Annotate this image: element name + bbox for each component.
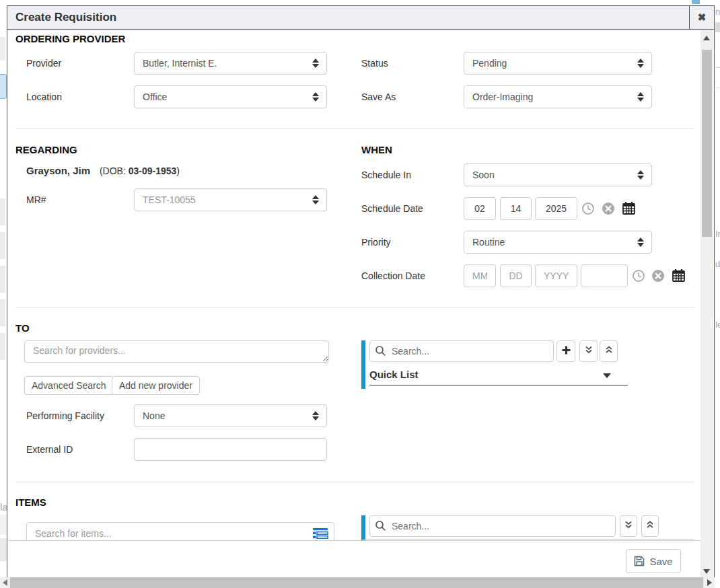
page-fragment-text: d <box>715 259 720 269</box>
section-divider <box>15 482 694 482</box>
patient-name: Grayson, Jim <box>26 165 90 176</box>
scrollbar-thumb[interactable] <box>10 577 703 588</box>
select-arrows-icon <box>637 59 644 68</box>
mr-select[interactable]: TEST-10055 <box>134 188 327 211</box>
add-to-quick-list-button[interactable] <box>556 340 575 362</box>
schedule-day-input[interactable] <box>500 197 532 220</box>
page-fragment <box>0 515 7 535</box>
save-as-select[interactable]: Order-Imaging <box>464 85 652 108</box>
items-heading: ITEMS <box>15 497 46 508</box>
location-label: Location <box>26 85 62 108</box>
save-as-label: Save As <box>361 85 396 108</box>
items-panel-search <box>369 515 616 537</box>
page-fragment <box>715 262 720 263</box>
provider-label: Provider <box>26 52 61 75</box>
close-button[interactable]: ✖ <box>689 6 714 29</box>
panel-accent-bar <box>361 340 365 389</box>
item-search-input[interactable] <box>26 522 334 541</box>
select-arrows-icon <box>312 59 319 68</box>
regarding-heading: REGARDING <box>15 144 77 155</box>
clock-icon[interactable] <box>581 202 595 215</box>
save-label: Save <box>649 556 672 567</box>
expand-all-button[interactable] <box>620 515 637 537</box>
page-fragment <box>0 74 7 99</box>
vertical-scrollbar[interactable] <box>700 30 713 578</box>
items-panel-underline <box>363 539 694 540</box>
panel-search-input[interactable] <box>369 515 616 537</box>
save-button[interactable]: Save <box>626 549 681 573</box>
patient-dob-suffix: ) <box>176 166 180 176</box>
provider-panel-search <box>369 340 554 362</box>
scrollbar-left-arrow[interactable] <box>3 579 7 586</box>
scrollbar-up-arrow[interactable] <box>703 36 710 40</box>
page-fragment <box>0 198 5 225</box>
dialog-footer: Save <box>8 541 702 578</box>
page-fragment <box>692 0 700 4</box>
priority-label: Priority <box>361 231 391 254</box>
location-select[interactable]: Office <box>134 85 327 108</box>
add-new-provider-button[interactable]: Add new provider <box>112 376 200 395</box>
select-arrows-icon <box>312 411 319 420</box>
patient-dob-prefix: (DOB: <box>100 166 129 176</box>
save-icon <box>634 556 645 566</box>
external-id-label: External ID <box>26 438 73 461</box>
dialog-scroll-area[interactable]: ORDERING PROVIDER Provider Butler, Inter… <box>8 30 702 541</box>
chevron-double-up-icon <box>645 520 655 532</box>
provider-search-textarea[interactable] <box>24 340 329 363</box>
caret-down-icon[interactable] <box>603 373 611 378</box>
performing-facility-select[interactable]: None <box>134 404 327 427</box>
calendar-icon[interactable] <box>672 268 685 282</box>
schedule-in-select[interactable]: Soon <box>464 163 652 186</box>
schedule-in-label: Schedule In <box>361 163 411 186</box>
page-fragment <box>715 67 720 68</box>
provider-select[interactable]: Butler, Internist E. <box>134 52 327 75</box>
dialog-title: Create Requisition <box>15 6 116 29</box>
ordering-provider-heading: ORDERING PROVIDER <box>15 33 125 44</box>
external-id-input[interactable] <box>134 438 327 461</box>
mr-label: MR# <box>26 188 46 211</box>
page-fragment <box>0 333 5 360</box>
collapse-all-button[interactable] <box>641 515 659 537</box>
page-fragment <box>0 299 5 326</box>
advanced-search-button[interactable]: Advanced Search <box>24 376 114 395</box>
page-fragment <box>0 266 5 293</box>
create-requisition-dialog: Create Requisition ✖ ORDERING PROVIDER P… <box>7 5 715 577</box>
collection-time-input[interactable] <box>581 264 628 287</box>
collapse-all-button[interactable] <box>600 340 618 362</box>
scrollbar-thumb[interactable] <box>702 50 712 237</box>
status-select[interactable]: Pending <box>464 52 652 75</box>
patient-dob: 03-09-1953 <box>129 166 177 176</box>
schedule-year-input[interactable] <box>535 197 577 220</box>
calendar-icon[interactable] <box>622 201 635 215</box>
page-fragment-text: le <box>715 320 720 330</box>
page-fragment <box>0 232 5 259</box>
clock-icon[interactable] <box>632 269 645 283</box>
horizontal-scrollbar[interactable] <box>0 577 715 588</box>
item-list-icon[interactable] <box>313 528 328 541</box>
quick-list-header[interactable]: Quick List <box>369 369 419 380</box>
priority-select[interactable]: Routine <box>464 231 652 254</box>
clear-date-icon[interactable] <box>602 202 615 215</box>
scrollbar-down-arrow[interactable] <box>703 569 710 574</box>
select-arrows-icon <box>312 92 319 102</box>
collection-day-input[interactable] <box>500 264 532 287</box>
section-divider <box>15 307 694 307</box>
save-as-select-value: Order-Imaging <box>472 91 533 102</box>
select-arrows-icon <box>637 92 644 102</box>
patient-line: Grayson, Jim (DOB: 03-09-1953) <box>26 165 180 176</box>
search-icon <box>375 520 386 534</box>
collection-year-input[interactable] <box>535 264 577 287</box>
clear-date-icon[interactable] <box>651 269 665 283</box>
panel-search-input[interactable] <box>369 340 554 362</box>
page-fragment-text: la <box>0 501 7 513</box>
chevron-double-down-icon <box>624 520 633 532</box>
select-arrows-icon <box>637 237 644 247</box>
performing-facility-label: Performing Facility <box>26 404 104 427</box>
expand-all-button[interactable] <box>579 340 598 362</box>
scrollbar-right-arrow[interactable] <box>707 579 712 586</box>
performing-facility-select-value: None <box>143 410 165 421</box>
plus-icon <box>561 345 571 358</box>
schedule-month-input[interactable] <box>464 197 496 220</box>
page-fragment-text: Ir <box>715 229 720 239</box>
collection-month-input[interactable] <box>464 264 496 287</box>
